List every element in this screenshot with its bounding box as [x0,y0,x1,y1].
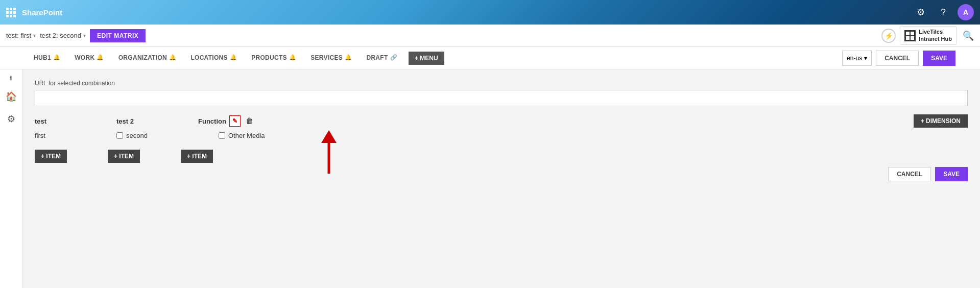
chevron-icon: ▾ [33,33,36,38]
matrix-section: test test 2 Function ✎ 🗑 + DIMENSION fir… [35,114,968,181]
add-item-test2-button[interactable]: + ITEM [108,150,140,163]
bell-icon: 🔔 [169,54,176,61]
chevron-icon: ▾ [83,33,86,38]
bottom-actions: CANCEL SAVE [35,167,968,181]
test2-checkbox-item: second [116,132,148,139]
add-dimension-button[interactable]: + DIMENSION [914,114,968,128]
sidebar-fi-label: fi [9,74,13,83]
matrix-header-row: test test 2 Function ✎ 🗑 + DIMENSION [35,114,968,128]
settings-icon[interactable]: ⚙ [913,4,929,20]
pencil-icon: ✎ [232,117,237,125]
help-icon[interactable]: ? [935,4,951,20]
col-header-test2: test 2 [116,117,198,125]
livetiles-logo-graphic [904,30,916,41]
bell-icon: 🔔 [345,54,352,61]
nav-item-services[interactable]: SERVICES 🔔 [303,47,359,69]
livetiles-name: LiveTiles Intranet Hub [919,29,952,42]
save-button-nav[interactable]: SAVE [923,51,955,66]
link-icon: 🔗 [390,54,397,61]
bell-icon: 🔔 [230,54,237,61]
test-value: first [35,132,116,139]
cancel-button-nav[interactable]: CANCEL [876,51,919,66]
main-content: fi 🏠 ⚙ URL for selected combination test… [0,69,980,288]
save-button-bottom[interactable]: SAVE [935,167,968,181]
content-area: URL for selected combination test test 2… [22,69,980,288]
function-checkbox[interactable] [219,132,225,139]
test2-checkbox-value: second [116,132,219,139]
nav-item-products[interactable]: PRODUCTS 🔔 [244,47,303,69]
red-arrow-indicator [314,130,344,176]
url-section: URL for selected combination [35,80,968,106]
sharepoint-logo: SharePoint [22,8,62,17]
add-item-row: + ITEM + ITEM + ITEM [35,146,968,163]
nav-bar: HUB1 🔔 WORK 🔔 ORGANIZATION 🔔 LOCATIONS 🔔… [0,47,980,69]
svg-rect-0 [906,32,910,35]
sidebar-settings[interactable]: ⚙ [2,110,20,128]
top-bar: SharePoint ⚙ ? A [0,0,980,25]
test2-checkbox[interactable] [116,132,123,139]
url-input[interactable] [35,90,968,106]
function-checkbox-value: Other Media [219,132,321,139]
language-selector[interactable]: en-us ▾ [842,51,872,66]
livetiles-logo[interactable]: LiveTiles Intranet Hub [900,26,957,44]
nav-item-locations[interactable]: LOCATIONS 🔔 [183,47,244,69]
livetiles-svg-icon [905,31,915,40]
sidebar: fi 🏠 ⚙ [0,69,22,288]
livetiles-brand: ⚡ LiveTiles Intranet Hub [881,26,957,44]
sidebar-home[interactable]: 🏠 [2,87,20,106]
avatar[interactable]: A [958,4,974,20]
livetiles-bolt-icon[interactable]: ⚡ [881,29,896,43]
bell-icon: 🔔 [53,54,60,61]
add-item-test-button[interactable]: + ITEM [35,150,67,163]
add-item-function-button[interactable]: + ITEM [181,150,213,163]
search-icon[interactable]: 🔍 [963,30,974,41]
edit-function-button[interactable]: ✎ [229,115,241,127]
svg-marker-5 [321,130,337,143]
function-checkbox-item: Other Media [219,132,265,139]
trash-icon: 🗑 [246,117,253,125]
url-label: URL for selected combination [35,80,968,87]
app-launcher-icon[interactable] [6,8,16,17]
bell-icon: 🔔 [97,54,104,61]
breadcrumb-test-first[interactable]: test: first ▾ [6,32,36,39]
second-bar: test: first ▾ test 2: second ▾ EDIT MATR… [0,25,980,47]
delete-function-button[interactable]: 🗑 [244,115,255,127]
breadcrumb-test2-second[interactable]: test 2: second ▾ [40,32,86,39]
col-header-function: Function ✎ 🗑 [198,115,300,127]
nav-item-hub1[interactable]: HUB1 🔔 [27,47,67,69]
svg-rect-2 [906,36,910,40]
bell-icon: 🔔 [289,54,296,61]
edit-matrix-button[interactable]: EDIT MATRIX [90,29,146,42]
nav-item-organization[interactable]: ORGANIZATION 🔔 [111,47,184,69]
nav-item-draft[interactable]: DRAFT 🔗 [359,47,404,69]
chevron-down-icon: ▾ [864,55,867,62]
svg-rect-3 [911,36,914,40]
nav-item-work[interactable]: WORK 🔔 [67,47,111,69]
menu-button[interactable]: + MENU [409,52,444,65]
matrix-values-row: first second Other Media [35,132,968,139]
cancel-button-bottom[interactable]: CANCEL [888,167,931,181]
col-header-test: test [35,117,116,125]
svg-rect-1 [911,32,914,35]
